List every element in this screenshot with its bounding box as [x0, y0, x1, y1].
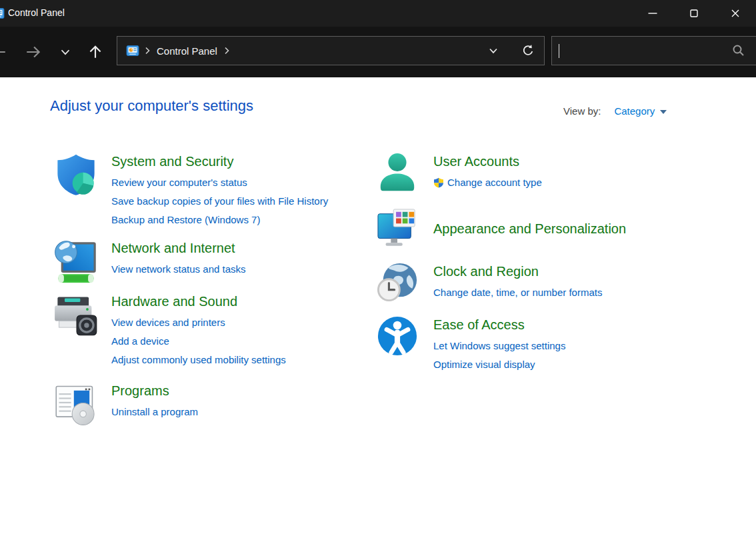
window-controls	[632, 0, 756, 27]
task-link-hardware-sound-1[interactable]: Add a device	[111, 332, 341, 351]
search-icon[interactable]	[731, 43, 747, 59]
refresh-icon	[521, 43, 535, 58]
clock-region-icon[interactable]	[377, 262, 418, 303]
address-bar[interactable]: Control Panel	[117, 36, 545, 65]
category-hardware-sound: Hardware and SoundView devices and print…	[53, 292, 360, 369]
dropdown-caret-icon	[660, 110, 667, 114]
system-security-icon[interactable]	[53, 152, 99, 197]
category-system-security: System and SecurityReview your computer'…	[53, 152, 360, 229]
view-by-value: Category	[614, 105, 655, 117]
task-link-hardware-sound-0[interactable]: View devices and printers	[111, 313, 341, 332]
network-internet-icon[interactable]	[53, 239, 99, 284]
task-link-label: Let Windows suggest settings	[433, 337, 565, 355]
task-link-label: Review your computer's status	[111, 173, 247, 192]
refresh-button[interactable]	[519, 41, 537, 60]
minimize-icon	[645, 5, 661, 21]
category-title-ease-of-access[interactable]: Ease of Access	[433, 317, 525, 333]
task-link-user-accounts-0[interactable]: Change account type	[433, 173, 720, 192]
category-column-right: User AccountsChange account typeAppearan…	[377, 152, 723, 374]
view-by-control: View by: Category	[563, 105, 667, 117]
category-title-user-accounts[interactable]: User Accounts	[433, 153, 519, 169]
programs-icon[interactable]	[53, 381, 99, 427]
search-box[interactable]	[551, 36, 756, 65]
hardware-sound-icon[interactable]	[53, 292, 99, 337]
category-body: Hardware and SoundView devices and print…	[111, 292, 341, 369]
category-programs: ProgramsUninstall a program	[53, 381, 360, 427]
control-panel-icon[interactable]	[126, 44, 139, 57]
maximize-button[interactable]	[673, 0, 715, 27]
task-link-system-security-1[interactable]: Save backup copies of your files with Fi…	[111, 192, 341, 211]
category-body: User AccountsChange account type	[433, 152, 720, 192]
category-user-accounts: User AccountsChange account type	[377, 152, 723, 193]
ease-of-access-icon[interactable]	[377, 315, 418, 357]
back-button[interactable]	[0, 43, 8, 61]
forward-button[interactable]	[24, 43, 43, 61]
task-link-programs-0[interactable]: Uninstall a program	[111, 403, 341, 421]
category-title-appearance-personalization[interactable]: Appearance and Personalization	[433, 221, 626, 237]
search-input[interactable]	[552, 37, 731, 65]
forward-arrow-icon	[25, 43, 42, 61]
task-link-network-internet-0[interactable]: View network status and tasks	[111, 260, 341, 279]
recent-locations-button[interactable]	[56, 43, 75, 61]
task-link-system-security-2[interactable]: Backup and Restore (Windows 7)	[111, 211, 341, 229]
task-link-label: View network status and tasks	[111, 260, 246, 279]
category-body: ProgramsUninstall a program	[111, 381, 341, 421]
category-body: Ease of AccessLet Windows suggest settin…	[433, 315, 720, 374]
category-column-left: System and SecurityReview your computer'…	[53, 152, 360, 427]
category-body: Appearance and Personalization	[433, 221, 720, 237]
page-title: Adjust your computer's settings	[50, 97, 253, 115]
window-title: Control Panel	[8, 7, 65, 18]
user-accounts-icon[interactable]	[377, 152, 418, 193]
category-body: System and SecurityReview your computer'…	[111, 152, 341, 229]
chevron-down-icon	[58, 45, 73, 59]
task-link-label: Uninstall a program	[111, 403, 198, 421]
text-caret	[559, 44, 559, 58]
view-by-dropdown[interactable]: Category	[614, 105, 667, 117]
maximize-icon	[686, 5, 702, 21]
title-bar: Control Panel	[0, 0, 756, 27]
breadcrumb-chevron-icon[interactable]	[142, 45, 153, 56]
appearance-personalization-icon[interactable]	[377, 208, 418, 249]
breadcrumb-control-panel[interactable]: Control Panel	[157, 45, 217, 57]
task-link-label: Add a device	[111, 332, 169, 351]
category-title-network-internet[interactable]: Network and Internet	[111, 240, 235, 256]
category-body: Clock and RegionChange date, time, or nu…	[433, 262, 720, 302]
category-title-system-security[interactable]: System and Security	[111, 153, 233, 169]
task-link-label: View devices and printers	[111, 313, 225, 332]
navigation-bar: Control Panel	[0, 27, 756, 77]
task-link-ease-of-access-1[interactable]: Optimize visual display	[433, 355, 720, 374]
back-arrow-icon	[0, 43, 7, 61]
content-area: Adjust your computer's settings View by:…	[0, 77, 756, 550]
breadcrumb-chevron-icon[interactable]	[221, 45, 232, 56]
task-link-hardware-sound-2[interactable]: Adjust commonly used mobility settings	[111, 351, 341, 369]
address-dropdown-button[interactable]	[484, 41, 503, 60]
view-by-label: View by:	[563, 105, 601, 117]
task-link-label: Save backup copies of your files with Fi…	[111, 192, 328, 211]
task-link-system-security-0[interactable]: Review your computer's status	[111, 173, 341, 192]
chevron-down-icon	[487, 44, 500, 57]
task-link-label: Backup and Restore (Windows 7)	[111, 211, 260, 229]
category-ease-of-access: Ease of AccessLet Windows suggest settin…	[377, 315, 723, 374]
task-link-clock-region-0[interactable]: Change date, time, or number formats	[433, 283, 720, 302]
category-clock-region: Clock and RegionChange date, time, or nu…	[377, 262, 723, 303]
close-button[interactable]	[715, 0, 756, 27]
minimize-button[interactable]	[632, 0, 673, 27]
uac-shield-icon	[433, 177, 444, 188]
task-link-ease-of-access-0[interactable]: Let Windows suggest settings	[433, 337, 720, 355]
task-link-label: Adjust commonly used mobility settings	[111, 351, 286, 369]
task-link-label: Optimize visual display	[433, 355, 535, 374]
task-link-label: Change account type	[447, 173, 542, 192]
category-body: Network and InternetView network status …	[111, 239, 341, 279]
category-network-internet: Network and InternetView network status …	[53, 239, 360, 284]
up-button[interactable]	[86, 43, 105, 61]
category-title-clock-region[interactable]: Clock and Region	[433, 263, 539, 279]
category-title-hardware-sound[interactable]: Hardware and Sound	[111, 293, 237, 309]
category-appearance-personalization: Appearance and Personalization	[377, 208, 723, 249]
task-link-label: Change date, time, or number formats	[433, 283, 602, 302]
up-arrow-icon	[87, 43, 104, 61]
control-panel-app-icon[interactable]	[0, 7, 5, 20]
close-icon	[727, 5, 743, 21]
category-title-programs[interactable]: Programs	[111, 383, 169, 399]
